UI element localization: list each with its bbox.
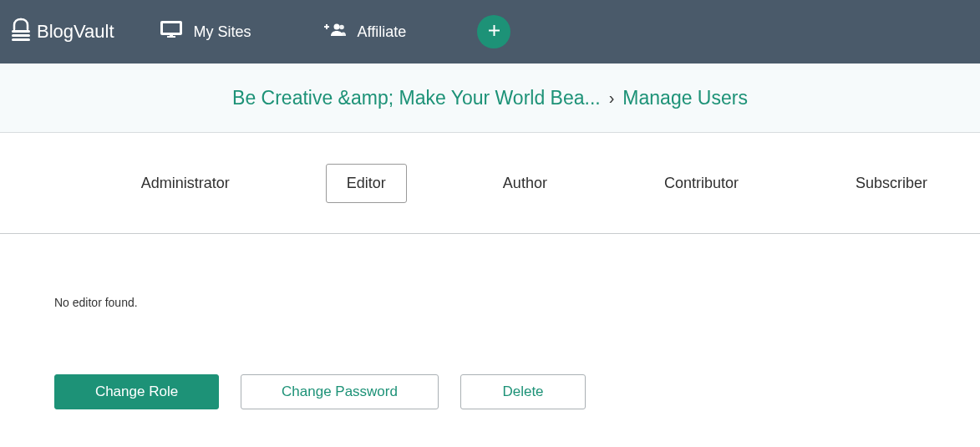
role-tabs: Administrator Editor Author Contributor …	[0, 133, 980, 234]
tab-editor[interactable]: Editor	[326, 164, 407, 203]
breadcrumb-site-link[interactable]: Be Creative &amp; Make Your World Bea...	[232, 87, 601, 109]
change-role-button[interactable]: Change Role	[54, 374, 219, 409]
svg-rect-10	[326, 24, 328, 29]
breadcrumb-bar: Be Creative &amp; Make Your World Bea...…	[0, 63, 980, 133]
nav-affiliate[interactable]: Affiliate	[322, 23, 407, 42]
nav-my-sites-label: My Sites	[194, 23, 251, 41]
tab-author[interactable]: Author	[482, 164, 568, 203]
add-button[interactable]	[477, 15, 510, 48]
svg-rect-0	[12, 30, 30, 33]
topbar: BlogVault My Sites Affiliate	[0, 0, 980, 63]
logo[interactable]: BlogVault	[10, 18, 114, 46]
svg-rect-1	[12, 34, 30, 37]
content-area: No editor found. Change Role Change Pass…	[0, 234, 980, 409]
nav-my-sites[interactable]: My Sites	[160, 21, 251, 43]
breadcrumb: Be Creative &amp; Make Your World Bea...…	[232, 87, 748, 109]
svg-rect-6	[170, 34, 173, 37]
tab-administrator[interactable]: Administrator	[120, 164, 251, 203]
empty-message: No editor found.	[54, 296, 926, 309]
tab-subscriber[interactable]: Subscriber	[835, 164, 948, 203]
plus-icon	[488, 24, 500, 40]
group-add-icon	[322, 23, 346, 42]
action-buttons: Change Role Change Password Delete	[54, 374, 926, 409]
svg-rect-2	[12, 38, 30, 41]
logo-icon	[10, 18, 32, 46]
monitor-icon	[160, 21, 182, 43]
nav-affiliate-label: Affiliate	[358, 23, 407, 41]
delete-button[interactable]: Delete	[460, 374, 586, 409]
change-password-button[interactable]: Change Password	[241, 374, 439, 409]
breadcrumb-current[interactable]: Manage Users	[622, 87, 748, 109]
svg-point-8	[339, 24, 344, 29]
svg-point-7	[333, 23, 339, 29]
chevron-right-icon: ›	[609, 89, 615, 108]
tab-contributor[interactable]: Contributor	[643, 164, 759, 203]
logo-text: BlogVault	[37, 21, 114, 43]
svg-rect-4	[163, 23, 180, 33]
